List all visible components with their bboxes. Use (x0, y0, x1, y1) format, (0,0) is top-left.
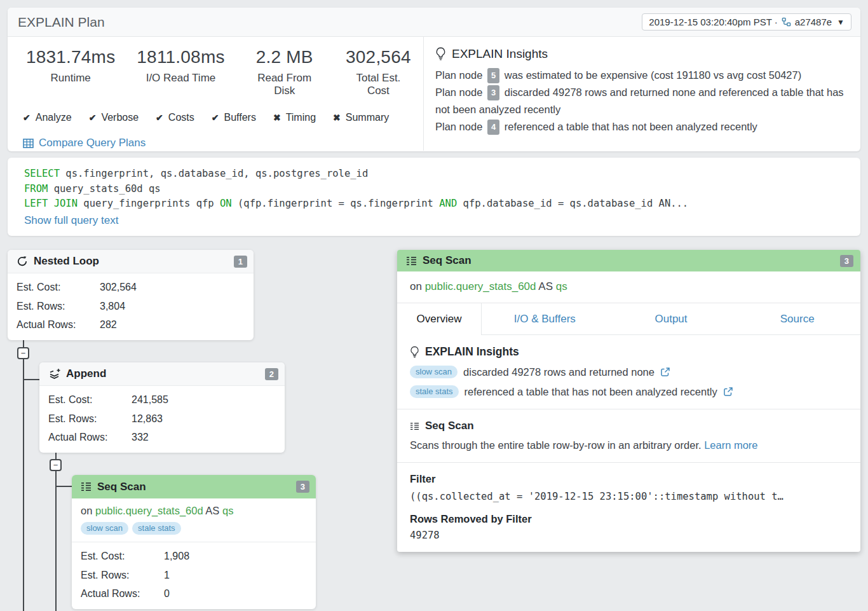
stat-label: Est. Cost: (81, 547, 164, 566)
metric-label: Read From Disk (247, 72, 323, 97)
sql-line: LEFT JOIN query_fingerprints qfp ON (qfp… (24, 196, 848, 212)
stat-label: Est. Rows: (81, 566, 164, 585)
explain-plan-page: EXPLAIN Plan 2019-12-15 03:20:40pm PST ·… (0, 0, 868, 611)
stat-row: Est. Cost:241,585 (48, 390, 276, 409)
stat-row: Actual Rows:282 (17, 315, 245, 334)
node-number-badge[interactable]: 1 (234, 256, 247, 268)
learn-more-link[interactable]: Learn more (704, 439, 757, 451)
metric: 1811.08msI/O Read Time (126, 47, 235, 97)
x-icon: ✖ (273, 113, 281, 123)
show-full-query-link[interactable]: Show full query text (24, 214, 118, 227)
metric-value: 1831.74ms (26, 47, 115, 67)
filter-section: Filter ((qs.collected_at = '2019-12-15 2… (397, 463, 860, 552)
stat-value: 12,863 (132, 409, 163, 429)
sql-text: query_stats_60d qs (48, 183, 160, 195)
table-alias-link[interactable]: qs (222, 505, 233, 516)
collapse-node-button[interactable]: − (17, 347, 29, 359)
external-link-icon[interactable] (723, 387, 733, 397)
external-link-icon[interactable] (660, 367, 670, 377)
node-number-badge[interactable]: 2 (265, 368, 278, 380)
plan-node-badge[interactable]: 5 (487, 68, 499, 83)
metric-value: 302,564 (344, 47, 412, 67)
metric-value: 2.2 MB (247, 47, 323, 67)
tab-i-o-buffers[interactable]: I/O & Buffers (482, 303, 608, 334)
detail-tabs: OverviewI/O & BuffersOutputSource (397, 303, 860, 335)
flag-label: Costs (168, 112, 194, 123)
node-stats: Est. Cost:241,585Est. Rows:12,863Actual … (39, 386, 285, 453)
insights-title: EXPLAIN Insights (452, 47, 548, 61)
seq-scan-icon (410, 422, 419, 430)
detail-insights-section: EXPLAIN Insights slow scandiscarded 4927… (397, 335, 860, 409)
detail-header: Seq Scan 3 (397, 250, 860, 271)
plan-node-seq-scan[interactable]: Seq Scan 3 on public.query_stats_60d AS … (72, 475, 316, 609)
explain-flag-verbose: ✔Verbose (89, 112, 139, 123)
plan-version-selector[interactable]: 2019-12-15 03:20:40pm PST · a27487e ▼ (642, 13, 851, 31)
stat-value: 1,908 (164, 547, 189, 566)
node-number-badge[interactable]: 3 (840, 255, 853, 267)
stat-value: 241,585 (132, 390, 168, 409)
node-doc-title: Seq Scan (425, 420, 474, 432)
detail-insights-list: slow scandiscarded 49278 rows and return… (410, 366, 848, 398)
node-header: Append 2 (39, 362, 285, 386)
metric: 1831.74msRuntime (15, 47, 126, 97)
lightbulb-icon (410, 346, 419, 359)
explain-plan-card: EXPLAIN Plan 2019-12-15 03:20:40pm PST ·… (8, 8, 860, 151)
table-link[interactable]: public.query_stats_60d (95, 505, 203, 516)
node-doc-section: Seq Scan Scans through the entire table … (397, 409, 860, 462)
insight-item: Plan node 3 discarded 49278 rows and ret… (435, 84, 849, 118)
stat-value: 1 (164, 566, 170, 585)
flag-label: Timing (286, 112, 316, 123)
plan-timestamp: 2019-12-15 03:20:40pm PST · (649, 17, 777, 27)
insights-heading: EXPLAIN Insights (435, 47, 849, 61)
node-insight-item: stale statsreferenced a table that has n… (410, 385, 848, 398)
insight-text: discarded 49278 rows and returned none (463, 366, 654, 378)
insight-tag: slow scan (410, 366, 458, 378)
compare-query-plans-label: Compare Query Plans (39, 137, 146, 149)
metrics-row: 1831.74msRuntime1811.08msI/O Read Time2.… (15, 47, 423, 97)
table-grid-icon (23, 139, 34, 148)
query-card: SELECT qs.fingerprint, qs.database_id, q… (8, 158, 860, 236)
page-title: EXPLAIN Plan (18, 15, 105, 30)
stat-value: 332 (132, 428, 149, 447)
metric-label: I/O Read Time (137, 72, 224, 85)
flag-label: Analyze (36, 112, 72, 123)
tab-overview[interactable]: Overview (397, 303, 482, 335)
as-label: AS (205, 505, 219, 516)
sql-query-text: SELECT qs.fingerprint, qs.database_id, q… (24, 167, 848, 212)
collapse-node-button[interactable]: − (50, 459, 62, 471)
node-stats: Est. Cost:1,908Est. Rows:1Actual Rows:0 (72, 542, 316, 609)
tab-output[interactable]: Output (608, 303, 735, 334)
node-number-badge[interactable]: 3 (296, 481, 309, 493)
sql-text: qs.fingerprint, qs.database_id, qs.postg… (60, 168, 368, 179)
insight-item: Plan node 5 was estimated to be expensiv… (435, 67, 849, 84)
detail-title: Seq Scan (423, 254, 840, 267)
explain-plan-header: EXPLAIN Plan 2019-12-15 03:20:40pm PST ·… (8, 8, 860, 37)
explain-flag-buffers: ✔Buffers (212, 112, 256, 123)
stat-label: Actual Rows: (17, 315, 100, 334)
filter-expression: ((qs.collected_at = '2019-12-15 23:15:00… (410, 491, 848, 502)
insights-list: Plan node 5 was estimated to be expensiv… (435, 67, 849, 135)
plan-node-badge[interactable]: 4 (487, 120, 499, 135)
plan-node-nested-loop[interactable]: Nested Loop 1 Est. Cost:302,564Est. Rows… (8, 250, 254, 340)
node-title: Nested Loop (34, 255, 234, 268)
tab-source[interactable]: Source (734, 303, 860, 334)
x-icon: ✖ (333, 113, 341, 123)
sql-keyword: ON (220, 198, 232, 209)
node-insight-item: slow scandiscarded 49278 rows and return… (410, 366, 848, 378)
rows-removed-value: 49278 (410, 530, 848, 541)
commit-icon (782, 17, 791, 27)
table-alias-link[interactable]: qs (556, 280, 567, 292)
plan-node-badge[interactable]: 3 (487, 85, 499, 100)
append-icon (48, 368, 60, 380)
table-link[interactable]: public.query_stats_60d (425, 280, 536, 292)
plan-node-append[interactable]: Append 2 Est. Cost:241,585Est. Rows:12,8… (39, 362, 285, 453)
stat-row: Actual Rows:0 (81, 584, 307, 603)
compare-query-plans-link[interactable]: Compare Query Plans (23, 137, 146, 149)
detail-table-info: on public.query_stats_60d AS qs (397, 271, 860, 303)
insight-text: referenced a table that has not been ana… (465, 386, 717, 398)
tree-connector-line (56, 486, 72, 487)
insight-tag: slow scan (81, 522, 128, 535)
node-header: Seq Scan 3 (72, 475, 316, 498)
stat-row: Est. Cost:1,908 (81, 547, 307, 566)
insights-panel: EXPLAIN Insights Plan node 5 was estimat… (423, 37, 860, 151)
